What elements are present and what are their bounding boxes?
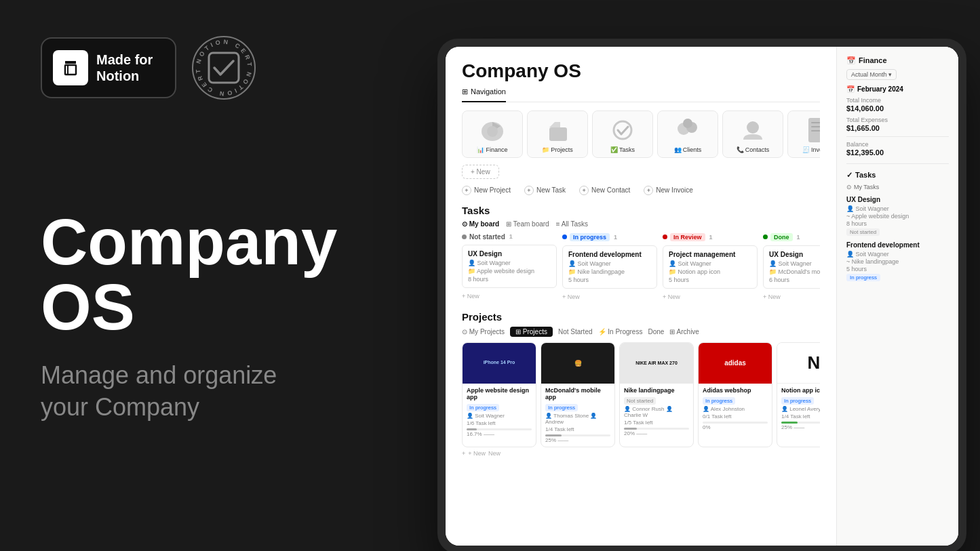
kanban-col-not-started: Not started 1 UX Design 👤 Soit Wagner 📁 … xyxy=(462,233,557,302)
project-card-mcdonalds[interactable]: 🍔 McDonald's mobile app In progress 👤 Th… xyxy=(541,342,615,447)
card-person: 👤 Soit Wagner xyxy=(769,260,820,267)
kanban-add-in-progress[interactable]: + New xyxy=(562,292,657,302)
icon-card-contacts[interactable]: 📞Contacts xyxy=(722,110,783,158)
add-new-project-row[interactable]: + + New New xyxy=(462,447,820,460)
new-button[interactable]: + New xyxy=(462,165,499,179)
icon-card-projects[interactable]: 📁Projects xyxy=(527,110,588,158)
new-project-action[interactable]: + New Project xyxy=(462,186,511,195)
new-contact-icon: + xyxy=(579,186,589,195)
project-tasks-mcdonalds: 1/4 Task left xyxy=(545,426,610,432)
sidebar-task-1-status: Not started xyxy=(846,228,880,236)
clients-icon-img xyxy=(673,117,703,144)
new-project-icon: + xyxy=(462,186,471,195)
tab-all-tasks[interactable]: ≡ All Tasks xyxy=(556,220,588,228)
notion-logo-box: Made for Notion xyxy=(41,37,176,98)
status-dot-in-progress xyxy=(562,234,567,239)
kanban-add-in-review[interactable]: + New xyxy=(663,292,758,302)
card-title: UX Design xyxy=(769,251,820,258)
projects-tabs: ⊙ My Projects ⊞ Projects Not Started ⚡ I… xyxy=(462,327,820,337)
icon-card-finance[interactable]: 📊Finance xyxy=(462,110,523,158)
card-person: 👤 Soit Wagner xyxy=(568,260,651,267)
status-dot-done xyxy=(763,234,768,239)
right-panel: Company OS ⊞ Navigation xyxy=(424,0,980,551)
right-sidebar: 📅 Finance Actual Month ▾ 📅 February 2024… xyxy=(836,47,958,546)
icon-card-tasks[interactable]: ✅Tasks xyxy=(592,110,653,158)
icon-card-clients[interactable]: 👥Clients xyxy=(657,110,718,158)
tab-team-board[interactable]: ⊞ Team board xyxy=(506,220,549,228)
project-thumb-notion: N xyxy=(777,343,820,384)
project-card-apple[interactable]: iPhone 14 Pro Apple website design app I… xyxy=(462,342,536,447)
kanban-col-in-progress: In progress 1 Frontend development 👤 Soi… xyxy=(562,233,657,302)
col-header-done: Done 1 xyxy=(763,233,820,241)
kanban-card-ux-done[interactable]: Archi... UX Design 👤 Soit Wagner 📁 McDon… xyxy=(763,245,820,289)
kanban-add-not-started[interactable]: + New xyxy=(462,291,557,301)
kanban-col-in-review: In Review 1 Project management 👤 Soit Wa… xyxy=(663,233,758,302)
project-thumb-apple: iPhone 14 Pro xyxy=(463,343,536,384)
col-header-not-started: Not started 1 xyxy=(462,233,557,241)
card-hours: 6 hours xyxy=(769,277,820,283)
kanban-card-ux-design-1[interactable]: UX Design 👤 Soit Wagner 📁 Apple website … xyxy=(462,245,557,288)
project-info-adidas: Adidas webshop In progress 👤 Alex Johnst… xyxy=(699,384,772,434)
section-divider-1 xyxy=(846,163,949,164)
sidebar-task-2-person: 👤 Soit Wagner xyxy=(846,251,949,258)
nav-tab-navigation[interactable]: ⊞ Navigation xyxy=(462,87,506,102)
notion-n-icon xyxy=(53,50,88,85)
nav-tabs: ⊞ Navigation xyxy=(462,87,820,102)
kanban-card-frontend[interactable]: Frontend development 👤 Soit Wagner 📁 Nik… xyxy=(562,245,657,289)
new-contact-action[interactable]: + New Contact xyxy=(579,186,630,195)
project-info-mcdonalds: McDonald's mobile app In progress 👤 Thom… xyxy=(541,384,614,447)
proj-tab-not-started[interactable]: Not Started xyxy=(558,327,593,337)
hero-title: Company OS xyxy=(41,209,393,340)
project-status-mcdonalds: In progress xyxy=(545,404,578,411)
project-progress-apple xyxy=(467,428,532,430)
card-person: 👤 Soit Wagner xyxy=(669,260,751,267)
my-tasks-label: ⊙ My Tasks xyxy=(846,184,949,190)
sidebar-task-2-title: Frontend development xyxy=(846,241,949,249)
tab-my-board[interactable]: ⊙ My board xyxy=(462,220,499,228)
project-card-adidas[interactable]: adidas Adidas webshop In progress 👤 Alex… xyxy=(698,342,772,447)
notion-main: Company OS ⊞ Navigation xyxy=(446,47,836,546)
proj-tab-in-progress[interactable]: ⚡ In Progress xyxy=(598,327,643,337)
screen: Company OS ⊞ Navigation xyxy=(446,47,958,546)
total-income-value: $14,060.00 xyxy=(846,104,949,113)
tasks-label: ✅Tasks xyxy=(610,146,635,153)
total-income-label: Total Income xyxy=(846,97,949,104)
new-invoice-action[interactable]: + New Invoice xyxy=(644,186,692,195)
sidebar-task-1[interactable]: UX Design 👤 Soit Wagner ~ Apple website … xyxy=(846,196,949,236)
proj-tab-projects[interactable]: ⊞ Projects xyxy=(510,327,553,337)
proj-tab-my-projects[interactable]: ⊙ My Projects xyxy=(462,327,505,337)
tasks-section-tabs: ⊙ My board ⊞ Team board ≡ All Tasks xyxy=(462,220,820,228)
project-card-notion[interactable]: N Notion app icon In progress 👤 Leonel A… xyxy=(777,342,820,447)
col-header-in-review: In Review 1 xyxy=(663,233,758,241)
icon-card-invoices[interactable]: 🧾Invoices xyxy=(787,110,820,158)
sidebar-task-2[interactable]: Frontend development 👤 Soit Wagner ~ Nik… xyxy=(846,241,949,281)
kanban-add-done[interactable]: + New xyxy=(763,292,820,302)
project-person-notion: 👤 Leonel Avery xyxy=(781,406,820,412)
card-title: UX Design xyxy=(468,250,551,258)
card-hours: 5 hours xyxy=(669,277,751,283)
balance-row: Balance $12,395.00 xyxy=(846,141,949,157)
project-info-apple: Apple website design app In progress 👤 S… xyxy=(463,384,536,441)
finance-filter[interactable]: Actual Month ▾ xyxy=(846,69,897,80)
project-person-nike: 👤 Connor Rush 👤 Charlie W xyxy=(624,406,689,418)
svg-point-13 xyxy=(747,121,759,134)
project-progress-nike xyxy=(624,428,689,430)
new-btn-row: + New xyxy=(462,165,820,179)
invoices-label: 🧾Invoices xyxy=(802,146,820,153)
finance-month-row: 📅 February 2024 xyxy=(846,85,949,93)
card-title: Frontend development xyxy=(568,251,651,258)
kanban-card-project-mgmt[interactable]: Project management 👤 Soit Wagner 📁 Notio… xyxy=(663,245,758,289)
invoices-icon-img xyxy=(803,117,820,144)
proj-tab-archive[interactable]: ⊞ Archive xyxy=(669,327,699,337)
svg-rect-15 xyxy=(811,122,820,123)
project-card-nike[interactable]: NIKE AIR MAX 270 Nike landingpage Not st… xyxy=(619,342,694,447)
sidebar-task-2-project: ~ Nike landingpage xyxy=(846,258,949,265)
device-frame: Company OS ⊞ Navigation xyxy=(437,39,966,552)
sidebar-task-2-status: In progress xyxy=(846,274,880,281)
svg-point-9 xyxy=(614,121,631,139)
new-task-action[interactable]: + New Task xyxy=(524,186,566,195)
sidebar-task-1-title: UX Design xyxy=(846,196,949,203)
notion-badge-text: Made for Notion xyxy=(96,52,153,84)
proj-tab-done[interactable]: Done xyxy=(648,327,664,337)
project-thumb-adidas: adidas xyxy=(699,343,772,384)
